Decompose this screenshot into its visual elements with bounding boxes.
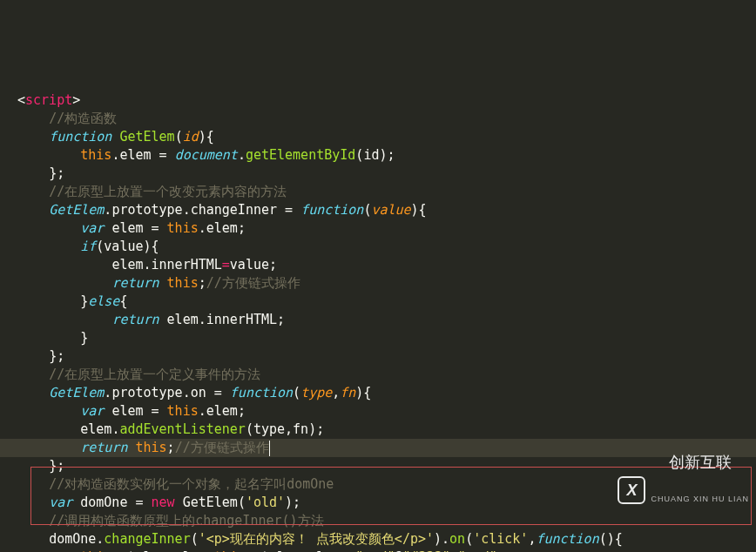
kw-function: function — [49, 129, 111, 145]
param-type: type — [300, 385, 332, 401]
string-old: 'old' — [246, 495, 285, 510]
param-fn: fn — [340, 385, 355, 401]
method-addeventlistener: addEventListener — [119, 421, 246, 437]
comment-instance: //对构造函数实例化一个对象，起名字叫domOne — [49, 476, 334, 492]
this-kw: this — [80, 147, 111, 163]
param-id: id — [183, 129, 199, 145]
ident-getelem: GetElem — [49, 202, 104, 218]
comment-call: //调用构造函数原型上的changeInner()方法 — [49, 513, 323, 528]
comment-chain2: //方便链式操作 — [175, 440, 269, 455]
string-html: '<p>现在的内容！ 点我改变颜色</p>' — [199, 531, 434, 547]
script-open-tag: script — [25, 92, 72, 108]
method-getelementbyid: getElementById — [246, 147, 355, 163]
watermark: X 创新互联 CHUANG XIN HU LIAN — [618, 435, 749, 545]
kw-var: var — [80, 220, 104, 236]
text-cursor — [269, 441, 270, 456]
comment-changeinner: //在原型上放置一个改变元素内容的方法 — [49, 184, 287, 199]
param-value: value — [371, 202, 410, 218]
watermark-text-en: CHUANG XIN HU LIAN — [651, 490, 749, 508]
comment-on: //在原型上放置一个定义事件的方法 — [49, 367, 260, 382]
kw-if: if — [80, 239, 96, 254]
fn-getelem-decl: GetElem — [119, 129, 174, 145]
comment-ctor: //构造函数 — [49, 111, 117, 126]
tag-open-angle: < — [17, 92, 25, 108]
kw-new: new — [152, 495, 175, 510]
string-click: 'click' — [473, 531, 528, 547]
kw-return: return — [111, 275, 159, 291]
watermark-text-cn: 创新互联 — [669, 454, 732, 471]
kw-else: else — [88, 293, 119, 309]
ident-document: document — [175, 147, 238, 163]
watermark-logo-icon: X — [618, 476, 645, 504]
tag-close-angle: > — [72, 92, 80, 108]
comment-chain1: //方便链式操作 — [206, 275, 300, 291]
